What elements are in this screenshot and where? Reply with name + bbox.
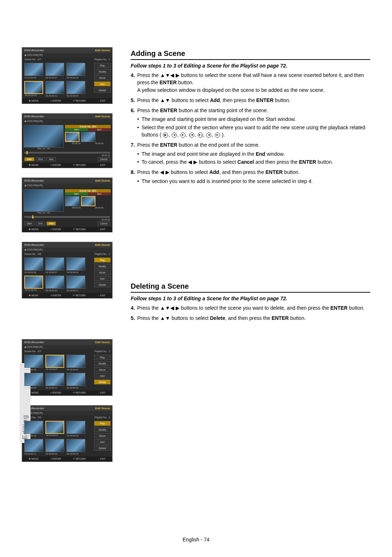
btn-start[interactable]: Start <box>24 157 34 161</box>
end-thumb <box>81 196 95 206</box>
skip-back-icon: |◄ <box>189 133 194 138</box>
menu-move[interactable]: Move <box>94 75 111 80</box>
panel-title: DVD-Recorder <box>24 49 44 52</box>
preview-thumb <box>24 189 64 212</box>
start-thumb <box>65 132 79 142</box>
disc-icon: ◉ <box>24 54 27 56</box>
btn-cancel[interactable]: Cancel <box>98 157 110 161</box>
skip-fwd-icon: ►| <box>198 133 203 138</box>
page-footer: English - 74 <box>0 537 392 542</box>
btn-end[interactable]: End <box>36 157 45 161</box>
thumb: 02 00:00:07 <box>45 63 64 76</box>
thumb: 06 00:00:04 <box>66 81 85 94</box>
thumb-selected: 04 00:00:03 <box>24 81 43 94</box>
intro-adding: Follow steps 1 to 3 of Editing a Scene f… <box>131 63 370 69</box>
hint-exit: → EXIT <box>97 99 106 102</box>
panel-edit-scene-1: DVD-Recorder Edit Scene ◉ DVD-RW(VR) Sce… <box>22 47 113 104</box>
menu-add[interactable]: Add <box>94 81 111 86</box>
hint-move: ✥ MOVE <box>29 99 38 102</box>
next-icon: ► <box>215 133 220 138</box>
steps-deleting: 4.Press the ▲▼◀ ▶ buttons to select the … <box>131 304 370 322</box>
rewind-icon: ◄ <box>172 133 177 138</box>
end-thumb <box>81 132 95 142</box>
instructions-column: Adding a Scene Follow steps 1 to 3 of Ed… <box>131 47 370 462</box>
menu-modify[interactable]: Modify <box>94 69 111 74</box>
thumb: 01 00:00:26 <box>24 63 43 76</box>
intro-deleting: Follow steps 1 to 3 of Editing a Scene f… <box>131 296 370 301</box>
panel-add-scene-1: DVD-Recorder Add Scene ◉ DVD-RW(VR) Titl… <box>22 113 113 168</box>
steps-adding: 4.Press the ▲▼◀ ▶ buttons to select the … <box>131 72 370 185</box>
panel-edit-scene-2: DVD-RecorderEdit Scene ◉ DVD-RW(VR) Scen… <box>22 242 113 298</box>
forward-icon: ► <box>180 133 185 138</box>
panel-add-scene-2: DVD-Recorder Add Scene ◉ DVD-RW(VR) Titl… <box>22 178 113 232</box>
panel-delete-1: DVD-RecorderEdit Scene ◉ DVD-RW(VR) Scen… <box>22 339 113 396</box>
panel-mode: Edit Scene <box>95 49 110 52</box>
menu-delete[interactable]: Delete <box>94 88 111 93</box>
heading-adding: Adding a Scene <box>131 49 370 60</box>
start-thumb <box>65 196 79 206</box>
btn-add[interactable]: Add <box>46 157 56 161</box>
thumb: 05 00:00:11 <box>45 81 64 94</box>
hint-return: ↶ RETURN <box>73 99 86 102</box>
play-pause-icon: ▶ <box>163 133 168 138</box>
menu-play[interactable]: Play <box>94 63 111 68</box>
preview-thumb <box>24 125 64 147</box>
prev-icon: ◄ <box>206 133 211 138</box>
heading-deleting: Deleting a Scene <box>131 282 370 293</box>
screenshots-column: DVD-Recorder Edit Scene ◉ DVD-RW(VR) Sce… <box>22 47 116 462</box>
hint-enter: ⏎ ENTER <box>50 99 61 102</box>
panel-delete-2: DVD-RecorderEdit Scene ◉ DVD-RW(VR) Scen… <box>22 405 113 462</box>
thumb: 03 00:00:04 <box>66 63 85 76</box>
